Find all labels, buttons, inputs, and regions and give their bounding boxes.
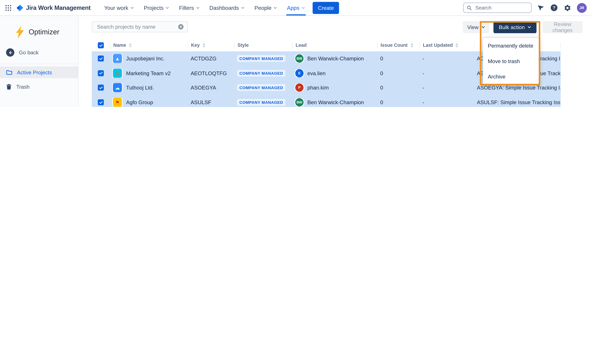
lead-avatar: BW <box>295 54 304 63</box>
project-filter-input[interactable] <box>96 23 175 30</box>
row-checkbox[interactable] <box>98 99 104 105</box>
topbar-left: Jira Work Management Your workProjectsFi… <box>0 0 339 15</box>
style-badge: COMPANY MANAGED <box>237 99 286 106</box>
app-switcher-icon[interactable] <box>2 2 14 14</box>
view-button[interactable]: View <box>463 21 489 33</box>
project-name[interactable]: Tuthooj Ltd. <box>126 85 154 91</box>
search-icon <box>467 5 472 10</box>
column-header-style: Style <box>234 42 292 48</box>
optimizer-title: Optimizer <box>29 28 59 36</box>
sort-icon <box>202 43 205 48</box>
folder-icon <box>6 70 13 75</box>
bolt-icon <box>14 26 25 39</box>
column-label: Issue Count <box>381 43 408 48</box>
project-avatar: ⚑ <box>113 98 122 107</box>
lead-avatar: BW <box>295 98 304 106</box>
row-checkbox[interactable] <box>98 85 104 91</box>
announcement-icon[interactable] <box>537 4 545 11</box>
issue-count: 0 <box>377 99 419 105</box>
lead-name: phan.kim <box>307 85 329 91</box>
sidebar-divider <box>0 64 78 64</box>
topbar-nav-dashboards[interactable]: Dashboards <box>206 0 248 15</box>
topbar-nav-apps[interactable]: Apps <box>283 0 309 15</box>
column-label: Lead <box>296 43 307 48</box>
bulk-menu-item-permanently-delete[interactable]: Permanently delete <box>483 38 539 53</box>
project-name[interactable]: Agfo Group <box>126 99 153 105</box>
style-badge: COMPANY MANAGED <box>237 70 286 77</box>
create-button[interactable]: Create <box>313 2 339 14</box>
user-avatar[interactable]: JR <box>577 3 587 13</box>
column-header-lead: Lead <box>292 42 377 48</box>
bulk-action-button[interactable]: Bulk action <box>494 21 537 33</box>
project-description: ASOEGYA: Simple Issue Tracking I... <box>474 85 561 91</box>
style-badge: COMPANY MANAGED <box>237 84 286 91</box>
lead-avatar: P <box>295 84 304 92</box>
issue-count: 0 <box>377 56 419 62</box>
go-back-label: Go back <box>19 50 39 56</box>
topbar-nav-filters[interactable]: Filters <box>175 0 203 15</box>
global-search-input[interactable] <box>475 5 528 11</box>
lead-name: Ben Warwick-Champion <box>307 56 364 62</box>
product-logo-title[interactable]: Jira Work Management <box>16 4 91 12</box>
lead-avatar: E <box>295 69 304 77</box>
topbar: Jira Work Management Your workProjectsFi… <box>0 0 592 16</box>
sidebar: Optimizer Go back Active Projects Trash <box>0 16 78 107</box>
product-title: Jira Work Management <box>26 4 91 11</box>
main-content: View Bulk action Review changes Permanen… <box>78 16 592 107</box>
sidebar-item-active-projects[interactable]: Active Projects <box>0 66 78 78</box>
sidebar-item-label: Active Projects <box>17 69 52 75</box>
column-header-name[interactable]: Name <box>110 42 188 48</box>
topbar-nav-projects[interactable]: Projects <box>140 0 173 15</box>
project-description: ASULSF: Simple Issue Tracking Iss... <box>474 99 561 105</box>
topbar-right: ? JR <box>463 3 592 13</box>
row-checkbox[interactable] <box>98 70 104 76</box>
bulk-menu-item-archive[interactable]: Archive <box>483 69 539 84</box>
nav-label: Filters <box>179 5 194 11</box>
issue-count: 0 <box>377 70 419 76</box>
column-header-last-updated[interactable]: Last Updated <box>419 42 474 48</box>
last-updated: - <box>419 99 474 105</box>
jira-logo-icon <box>16 4 24 12</box>
svg-text:?: ? <box>553 5 555 10</box>
nav-label: Your work <box>104 5 128 11</box>
project-avatar: ◎ <box>113 69 122 78</box>
review-changes-button[interactable]: Review changes <box>542 21 583 33</box>
lead-name: eva.lien <box>307 70 325 76</box>
last-updated: - <box>419 85 474 91</box>
bulk-menu-item-move-to-trash[interactable]: Move to trash <box>483 53 539 69</box>
trash-icon <box>6 84 12 90</box>
project-name[interactable]: Juupobejani Inc. <box>126 56 165 62</box>
sort-icon <box>455 43 458 48</box>
global-search[interactable] <box>463 3 532 13</box>
topbar-nav: Your workProjectsFiltersDashboardsPeople… <box>100 0 309 15</box>
project-key: ASOEGYA <box>188 85 234 91</box>
column-label: Last Updated <box>423 43 453 48</box>
project-key: ASULSF <box>188 99 234 105</box>
project-avatar: ▲ <box>113 54 122 63</box>
help-icon[interactable]: ? <box>550 4 558 12</box>
last-updated: - <box>419 70 474 76</box>
row-checkbox[interactable] <box>98 56 104 62</box>
sidebar-item-label: Trash <box>16 84 30 90</box>
column-header-key[interactable]: Key <box>188 42 234 48</box>
column-label: Style <box>238 43 249 48</box>
project-filter[interactable] <box>92 21 188 32</box>
project-name[interactable]: Marketing Team v2 <box>126 70 171 76</box>
clear-filter-icon[interactable] <box>178 24 183 29</box>
nav-label: Projects <box>144 5 163 11</box>
column-header-issue-count[interactable]: Issue Count <box>377 42 419 48</box>
table-row-agfo-group: ⚑Agfo GroupASULSFCOMPANY MANAGEDBWBen Wa… <box>92 95 561 107</box>
lead-name: Ben Warwick-Champion <box>307 99 364 105</box>
settings-gear-icon[interactable] <box>564 4 571 12</box>
project-key: AEOTLOQTFG <box>188 70 234 76</box>
bulk-action-menu: Permanently deleteMove to trashArchive <box>483 38 539 84</box>
sidebar-item-trash[interactable]: Trash <box>0 81 78 92</box>
topbar-nav-people[interactable]: People <box>251 0 281 15</box>
sort-icon <box>129 43 132 48</box>
back-arrow-icon <box>6 48 14 57</box>
select-all-checkbox[interactable] <box>98 42 104 48</box>
topbar-nav-your-work[interactable]: Your work <box>100 0 138 15</box>
app-root: Jira Work Management Your workProjectsFi… <box>0 0 592 107</box>
last-updated: - <box>419 56 474 62</box>
go-back-button[interactable]: Go back <box>6 48 39 57</box>
